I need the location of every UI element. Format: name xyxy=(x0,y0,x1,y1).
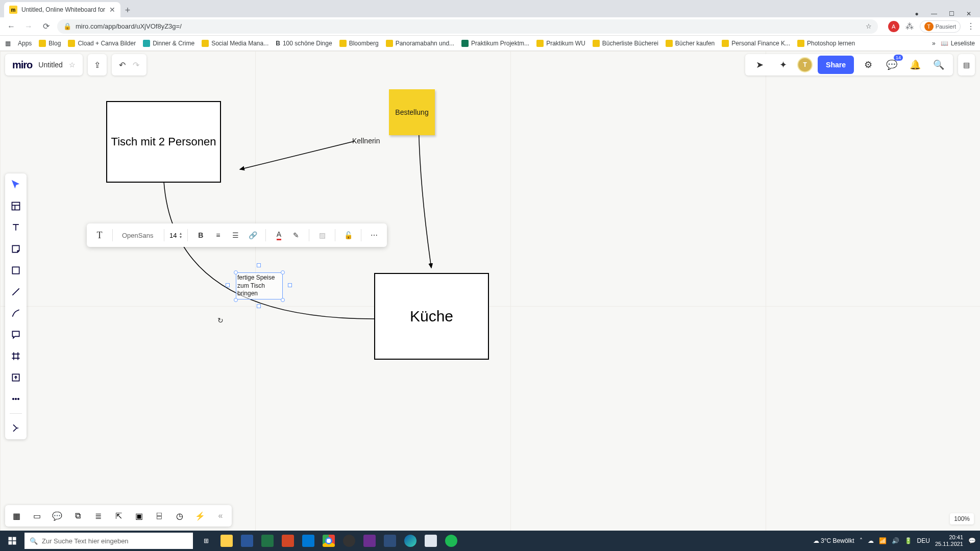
taskbar-app-chrome[interactable] xyxy=(318,531,339,551)
board-title[interactable]: Untitled xyxy=(38,61,62,69)
taskbar-app-explorer[interactable] xyxy=(216,531,237,551)
text-color-button[interactable]: A xyxy=(271,228,286,243)
chart-icon[interactable]: ≣ xyxy=(92,510,104,522)
upload-tool[interactable] xyxy=(9,370,23,385)
language-indicator[interactable]: DEU xyxy=(917,537,930,544)
rotate-handle-icon[interactable]: ↻ xyxy=(217,316,224,324)
connector-label-waiter[interactable]: Kellnerin xyxy=(352,137,380,145)
share-button[interactable]: Share xyxy=(818,56,854,74)
browser-tab[interactable]: m Untitled, Online Whiteboard for ✕ xyxy=(4,2,120,17)
favorite-star-icon[interactable]: ☆ xyxy=(69,61,76,69)
shape-kitchen[interactable]: Küche xyxy=(374,273,489,360)
selection-handle[interactable] xyxy=(257,304,261,308)
link-button[interactable]: 🔗 xyxy=(245,228,260,243)
shape-table[interactable]: Tisch mit 2 Personen xyxy=(106,101,221,183)
close-tab-icon[interactable]: ✕ xyxy=(109,6,115,14)
templates-tool[interactable] xyxy=(9,199,23,213)
zoom-level[interactable]: 100% xyxy=(950,513,974,524)
export-button[interactable]: ⇪ xyxy=(88,54,107,76)
selection-handle[interactable] xyxy=(288,283,292,287)
profile-chip[interactable]: T Pausiert xyxy=(920,20,961,33)
selection-handle[interactable] xyxy=(234,270,238,274)
comment-tool[interactable] xyxy=(9,328,23,342)
taskbar-app-excel[interactable] xyxy=(257,531,278,551)
reading-list-button[interactable]: 📖 Leseliste xyxy=(941,40,975,47)
bookmark-item[interactable]: Blog xyxy=(39,40,61,47)
bookmark-item[interactable]: Praktikum WU xyxy=(536,40,585,47)
maximize-icon[interactable]: ☐ xyxy=(944,10,959,17)
presentation-icon[interactable]: ▭ xyxy=(31,510,43,522)
selection-handle[interactable] xyxy=(234,298,238,302)
close-window-icon[interactable]: ✕ xyxy=(962,10,976,17)
bookmark-item[interactable]: Panoramabahn und... xyxy=(386,40,454,47)
miro-canvas[interactable]: Tisch mit 2 Personen Küche Bestellung Ke… xyxy=(0,51,980,531)
apps-icon[interactable]: ▦ xyxy=(5,40,11,47)
battery-icon[interactable]: 🔋 xyxy=(904,537,912,544)
reactions-icon[interactable]: ✦ xyxy=(774,56,792,74)
selected-text-node[interactable]: fertige Speise zum Tisch bringen xyxy=(236,272,283,299)
taskbar-app-generic1[interactable] xyxy=(359,531,380,551)
bookmark-item[interactable]: Bücherliste Bücherei xyxy=(593,40,658,47)
bookmarks-overflow-icon[interactable]: » xyxy=(932,40,936,47)
bookmark-item[interactable]: Social Media Mana... xyxy=(202,40,268,47)
user-avatar[interactable]: T xyxy=(797,57,813,72)
start-button[interactable] xyxy=(0,531,24,551)
text-type-icon[interactable]: T xyxy=(92,228,107,243)
font-size-input[interactable]: 14 ▲▼ xyxy=(169,232,182,239)
bookmark-item[interactable]: Dinner & Crime xyxy=(143,40,194,47)
taskbar-app-word[interactable] xyxy=(237,531,257,551)
pen-tool[interactable] xyxy=(9,306,23,320)
bookmark-item[interactable]: Cload + Canva Bilder xyxy=(68,40,136,47)
list-button[interactable]: ☰ xyxy=(228,228,243,243)
notifications-icon[interactable]: 🔔 xyxy=(906,56,924,74)
bookmark-item[interactable]: Praktikum Projektm... xyxy=(461,40,529,47)
taskbar-clock[interactable]: 20:41 25.11.2021 xyxy=(935,534,963,547)
selection-handle[interactable] xyxy=(281,298,285,302)
more-tools[interactable] xyxy=(9,392,23,406)
frame-tool[interactable] xyxy=(9,349,23,363)
screen-share-icon[interactable]: ⌸ xyxy=(153,510,165,522)
hide-panel-icon[interactable]: ▤ xyxy=(963,61,970,69)
sticky-tool[interactable] xyxy=(9,242,23,256)
miro-logo[interactable]: miro xyxy=(12,59,32,71)
volume-icon[interactable]: 🔊 xyxy=(892,537,899,544)
more-options-button[interactable]: ⋯ xyxy=(366,228,382,243)
bookmark-item[interactable]: B100 schöne Dinge xyxy=(276,40,332,47)
back-button[interactable]: ← xyxy=(5,20,17,33)
bookmark-item[interactable]: Bloomberg xyxy=(339,40,379,47)
cards-icon[interactable]: ⧉ xyxy=(71,510,84,522)
text-tool[interactable] xyxy=(9,220,23,235)
tray-overflow-icon[interactable]: ˄ xyxy=(860,537,863,544)
minimize-icon[interactable]: — xyxy=(927,10,941,17)
site-info-icon[interactable]: 🔒 xyxy=(63,22,71,30)
taskbar-app-spotify[interactable] xyxy=(441,531,461,551)
select-tool[interactable] xyxy=(9,178,23,192)
highlight-button[interactable]: ✎ xyxy=(288,228,304,243)
weather-widget[interactable]: ☁ 3°C Bewölkt xyxy=(813,537,854,544)
frames-panel-icon[interactable]: ▦ xyxy=(10,510,22,522)
search-icon[interactable]: 🔍 xyxy=(929,56,948,74)
wifi-icon[interactable]: 📶 xyxy=(879,537,887,544)
timer-icon[interactable]: ◷ xyxy=(174,510,186,522)
comments-panel-icon[interactable]: 💬 xyxy=(51,510,63,522)
taskbar-app-notepad[interactable] xyxy=(421,531,441,551)
sticky-order[interactable]: Bestellung xyxy=(389,89,435,135)
selection-handle[interactable] xyxy=(257,263,261,267)
line-tool[interactable] xyxy=(9,285,23,299)
bookmark-item[interactable]: Personal Finance K... xyxy=(722,40,790,47)
embed-icon[interactable]: ▣ xyxy=(133,510,145,522)
font-size-stepper[interactable]: ▲▼ xyxy=(179,232,182,239)
taskbar-app-mail[interactable] xyxy=(298,531,318,551)
bookmark-star-icon[interactable]: ☆ xyxy=(866,22,872,30)
bookmark-item[interactable]: Photoshop lernen xyxy=(797,40,855,47)
new-tab-button[interactable]: + xyxy=(120,3,135,17)
selection-handle[interactable] xyxy=(226,283,230,287)
lock-button[interactable]: 🔓 xyxy=(340,228,356,243)
chrome-menu-icon[interactable]: ⋮ xyxy=(967,21,975,31)
account-dot-icon[interactable]: ● xyxy=(910,10,924,17)
font-family-select[interactable]: OpenSans xyxy=(118,232,159,239)
export-icon[interactable]: ⇱ xyxy=(112,510,125,522)
cursor-mode-icon[interactable]: ➤ xyxy=(750,56,769,74)
task-view-icon[interactable]: ⊞ xyxy=(196,531,216,551)
taskbar-app-powerpoint[interactable] xyxy=(278,531,298,551)
